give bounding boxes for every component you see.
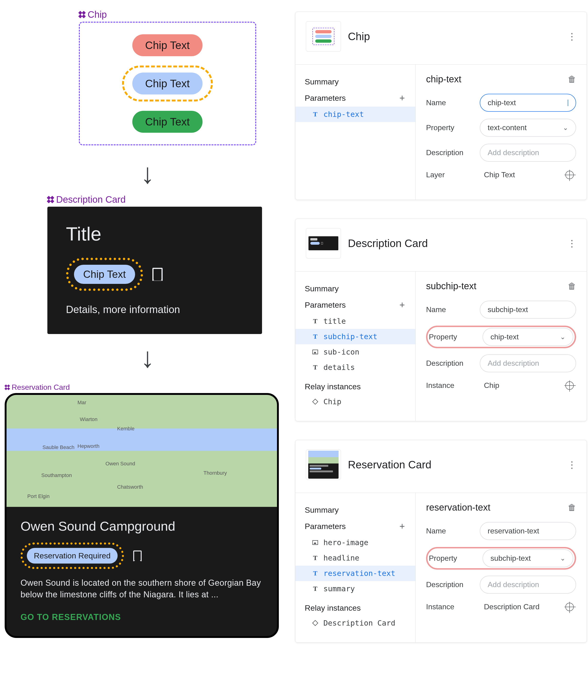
component-label-description-card: Description Card [47, 194, 262, 205]
property-highlight: Property subchip-text ⌄ [426, 547, 576, 570]
chevron-down-icon: ⌄ [560, 554, 565, 562]
component-diamond-icon [5, 385, 10, 390]
summary-tab[interactable]: Summary [305, 284, 339, 293]
name-input[interactable]: reservation-text [480, 522, 576, 540]
field-label-name: Name [426, 305, 473, 314]
parameter-item-hero-image[interactable]: hero-image [296, 535, 415, 550]
reservation-card: Mar Wiarton Kemble Sauble Beach Hepworth… [5, 393, 279, 638]
property-select[interactable]: chip-text ⌄ [483, 328, 573, 346]
panel-title: Reservation Card [348, 458, 560, 471]
parameter-item-summary[interactable]: T summary [296, 581, 415, 596]
delete-icon[interactable]: 🗑 [568, 503, 576, 512]
arrow-down-icon: ↓ [141, 159, 155, 187]
map-label: Port Elgin [26, 493, 50, 500]
field-label-layer: Layer [426, 171, 473, 179]
add-parameter-button[interactable]: + [400, 93, 405, 103]
description-placeholder: Add description [488, 580, 539, 589]
inspector-panel-description-card: Description Card ⋮ Summary Parameters + … [295, 219, 587, 421]
description-placeholder: Add description [488, 148, 539, 157]
parameters-heading: Parameters [305, 522, 346, 531]
property-select[interactable]: subchip-text ⌄ [483, 549, 573, 567]
description-input[interactable]: Add description [480, 354, 576, 372]
component-label-text: Reservation Card [12, 383, 70, 392]
parameter-item-headline[interactable]: T headline [296, 550, 415, 566]
panel-thumbnail [306, 228, 341, 258]
description-input[interactable]: Add description [480, 144, 576, 162]
parameter-name: headline [324, 554, 359, 562]
reservation-cta-link[interactable]: GO TO RESERVATIONS [21, 612, 263, 622]
text-type-icon: T [312, 317, 319, 325]
map-label: Southampton [40, 472, 73, 479]
property-select[interactable]: text-content ⌄ [480, 119, 576, 137]
parameter-item-subchip-text[interactable]: T subchip-text [296, 329, 415, 344]
reservation-chip: Reservation Required [27, 548, 118, 564]
panel-thumbnail [306, 21, 341, 52]
map-label: Sauble Beach [42, 444, 75, 451]
parameters-heading: Parameters [305, 300, 346, 310]
kebab-menu-icon[interactable]: ⋮ [567, 238, 576, 249]
relay-instances-heading: Relay instances [296, 375, 415, 394]
name-input[interactable]: subchip-text [480, 301, 576, 319]
summary-tab[interactable]: Summary [305, 505, 339, 515]
field-label-description: Description [426, 359, 473, 368]
map-label: Thornbury [202, 470, 228, 477]
target-layer-icon[interactable] [565, 381, 574, 390]
parameter-item-title[interactable]: T title [296, 313, 415, 329]
description-card-preview: Description Card Title Chip Text Details… [47, 194, 262, 334]
field-label-instance: Instance [426, 602, 473, 611]
add-parameter-button[interactable]: + [400, 300, 405, 310]
map-label: Owen Sound [104, 460, 136, 467]
parameter-name: chip-text [324, 110, 364, 119]
delete-icon[interactable]: 🗑 [568, 74, 576, 84]
relay-instance-description-card[interactable]: Description Card [296, 615, 415, 631]
parameter-name: sub-icon [324, 348, 359, 356]
target-layer-icon[interactable] [565, 171, 574, 179]
description-placeholder: Add description [488, 359, 539, 368]
name-input-value: chip-text [488, 98, 516, 107]
kebab-menu-icon[interactable]: ⋮ [567, 31, 576, 42]
field-label-description: Description [426, 148, 473, 157]
component-diamond-icon [47, 196, 54, 203]
panel-title: Chip [348, 30, 560, 43]
parameter-item-details[interactable]: T details [296, 360, 415, 375]
component-label-text: Description Card [56, 194, 126, 205]
relay-instance-name: Description Card [324, 619, 395, 627]
parameter-name: reservation-text [324, 569, 395, 578]
detail-title: reservation-text [426, 502, 491, 513]
map-label: Mar [76, 399, 87, 406]
parameter-name: summary [324, 584, 355, 593]
relay-instance-name: Chip [324, 397, 342, 406]
relay-instances-heading: Relay instances [296, 596, 415, 615]
component-label-reservation-card: Reservation Card [5, 383, 290, 392]
property-value: text-content [488, 123, 527, 132]
name-input-value: subchip-text [488, 305, 528, 314]
chip-variant-red: Chip Text [132, 34, 202, 56]
description-input[interactable]: Add description [480, 576, 576, 594]
field-label-property: Property [429, 333, 476, 341]
delete-icon[interactable]: 🗑 [568, 281, 576, 291]
parameter-item-chip-text[interactable]: T chip-text [296, 107, 415, 122]
target-layer-icon[interactable] [565, 603, 574, 611]
name-input-value: reservation-text [488, 527, 539, 535]
add-parameter-button[interactable]: + [400, 521, 405, 532]
layer-value: Chip Text [484, 171, 515, 179]
text-type-icon: T [312, 111, 319, 118]
chip-variant-green: Chip Text [132, 111, 202, 133]
reservation-headline: Owen Sound Campground [21, 519, 263, 534]
detail-title: subchip-text [426, 281, 477, 291]
summary-tab[interactable]: Summary [305, 77, 339, 86]
chip-variants-frame: Chip Text Chip Text Chip Text [79, 22, 256, 145]
relay-instance-chip[interactable]: Chip [296, 394, 415, 409]
chevron-down-icon: ⌄ [563, 124, 568, 132]
kebab-menu-icon[interactable]: ⋮ [567, 459, 576, 470]
name-input[interactable]: chip-text [480, 94, 576, 112]
component-diamond-icon [79, 11, 85, 18]
description-card-title: Title [66, 223, 243, 245]
parameter-item-sub-icon[interactable]: sub-icon [296, 344, 415, 360]
parameter-item-reservation-text[interactable]: T reservation-text [296, 566, 415, 581]
component-label-text: Chip [88, 9, 107, 20]
description-card-chip: Chip Text [74, 265, 135, 284]
instance-value-row: Chip [480, 379, 576, 392]
property-highlight: Property chip-text ⌄ [426, 326, 576, 348]
image-type-icon [312, 540, 319, 545]
